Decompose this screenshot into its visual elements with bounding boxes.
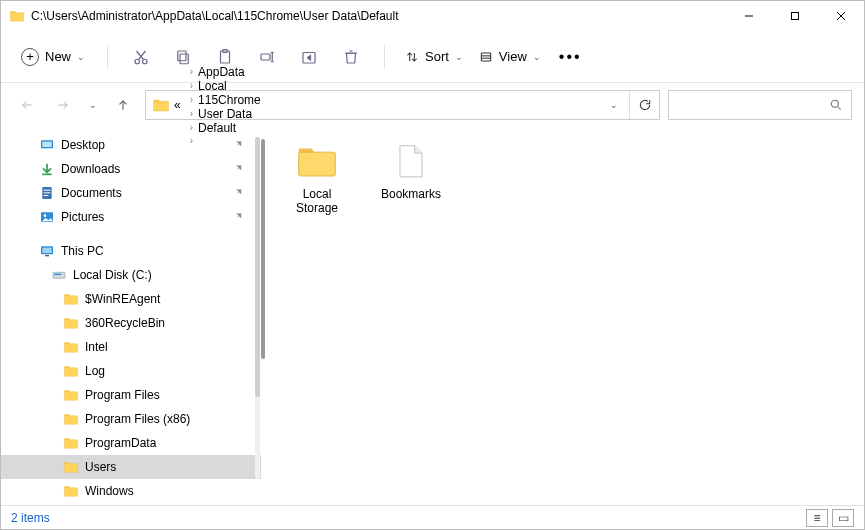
item-label: Bookmarks [381,187,441,201]
content-pane[interactable]: Local StorageBookmarks [261,127,864,505]
svg-rect-2 [792,13,799,20]
cut-button[interactable] [122,41,160,73]
pc-icon [39,243,55,259]
svg-rect-47 [64,320,77,329]
folder-icon [63,411,79,427]
svg-rect-22 [481,52,490,60]
chevron-down-icon: ⌄ [77,52,85,62]
svg-rect-10 [178,51,186,61]
sidebar-item-documents[interactable]: Documents [1,181,261,205]
breadcrumb-segment[interactable]: ›Local [185,79,261,93]
sidebar-item-label: Program Files [85,388,160,402]
refresh-button[interactable] [629,91,659,119]
sidebar-item-folder[interactable]: 360RecycleBin [1,311,261,335]
title-bar: C:\Users\Administrator\AppData\Local\115… [1,1,864,31]
icons-view-button[interactable]: ▭ [832,509,854,527]
sidebar-item-folder[interactable]: Users [1,455,261,479]
download-icon [39,161,55,177]
breadcrumb-segment[interactable]: ›AppData [185,65,261,79]
sort-button[interactable]: Sort ⌄ [399,45,469,68]
sidebar-item-label: Pictures [61,210,104,224]
close-button[interactable] [818,1,864,31]
pin-icon [232,139,243,152]
chevron-down-icon: ⌄ [533,52,541,62]
details-view-button[interactable]: ≡ [806,509,828,527]
item-count: 2 items [11,511,50,525]
navigation-pane: DesktopDownloadsDocumentsPictures This P… [1,127,261,505]
view-label: View [499,49,527,64]
sidebar-item-label: Windows [85,484,134,498]
svg-rect-9 [180,54,188,64]
sidebar-item-folder[interactable]: Windows [1,479,261,503]
svg-rect-55 [299,152,336,176]
more-button[interactable]: ••• [551,48,590,66]
folder-item[interactable]: Local Storage [281,143,353,215]
recent-locations-button[interactable]: ⌄ [85,91,101,119]
sidebar-item-downloads[interactable]: Downloads [1,157,261,181]
svg-point-6 [143,59,148,64]
svg-rect-48 [64,344,77,353]
forward-button[interactable] [49,91,77,119]
separator [384,45,385,69]
share-button[interactable] [290,41,328,73]
view-icon [479,50,493,64]
address-bar[interactable]: « ›AppData›Local›115Chrome›User Data›Def… [145,90,660,120]
sidebar-item-label: Intel [85,340,108,354]
breadcrumb-segment[interactable]: ›User Data [185,107,261,121]
svg-rect-32 [42,142,51,147]
svg-rect-36 [44,190,51,191]
breadcrumb-segment[interactable]: ›115Chrome [185,93,261,107]
sidebar-item-drive[interactable]: Local Disk (C:) [1,263,261,287]
main-area: DesktopDownloadsDocumentsPictures This P… [1,127,864,505]
svg-rect-53 [64,464,77,473]
sidebar-item-label: ProgramData [85,436,156,450]
svg-line-30 [838,107,841,110]
sidebar-item-label: 360RecycleBin [85,316,165,330]
sidebar-item-folder[interactable]: Program Files [1,383,261,407]
file-item[interactable]: Bookmarks [375,143,447,215]
minimize-button[interactable] [726,1,772,31]
delete-button[interactable] [332,41,370,73]
chevron-down-icon: ⌄ [455,52,463,62]
sidebar-item-pictures[interactable]: Pictures [1,205,261,229]
svg-rect-43 [45,255,49,256]
search-icon [829,98,843,112]
sidebar-item-label: Local Disk (C:) [73,268,152,282]
folder-icon [63,315,79,331]
search-input[interactable] [668,90,852,120]
sidebar-item-desktop[interactable]: Desktop [1,133,261,157]
folder-icon [63,435,79,451]
svg-point-29 [831,100,838,107]
document-icon [39,185,55,201]
svg-rect-54 [64,488,77,497]
pin-icon [232,163,243,176]
up-button[interactable] [109,91,137,119]
picture-icon [39,209,55,225]
maximize-button[interactable] [772,1,818,31]
sidebar-item-this-pc[interactable]: This PC [1,239,261,263]
folder-icon [63,363,79,379]
svg-rect-44 [53,272,65,278]
sidebar-item-folder[interactable]: $WinREAgent [1,287,261,311]
sidebar-scrollbar[interactable] [253,133,261,483]
breadcrumb-overflow[interactable]: « [174,98,181,112]
sidebar-item-folder[interactable]: Intel [1,335,261,359]
svg-rect-45 [54,274,61,275]
svg-rect-51 [64,416,77,425]
folder-icon [63,459,79,475]
view-button[interactable]: View ⌄ [473,45,547,68]
address-dropdown-button[interactable]: ⌄ [599,91,629,119]
sidebar-item-folder[interactable]: ProgramData [1,431,261,455]
content-scrollbar[interactable] [261,139,265,359]
pin-icon [232,211,243,224]
back-button[interactable] [13,91,41,119]
sidebar-item-folder[interactable]: Program Files (x86) [1,407,261,431]
svg-rect-52 [64,440,77,449]
svg-rect-13 [261,54,270,60]
pin-icon [232,187,243,200]
new-button[interactable]: + New ⌄ [13,44,93,70]
sidebar-item-folder[interactable]: Log [1,359,261,383]
folder-icon [63,339,79,355]
file-icon [389,143,433,183]
svg-point-40 [44,214,47,217]
